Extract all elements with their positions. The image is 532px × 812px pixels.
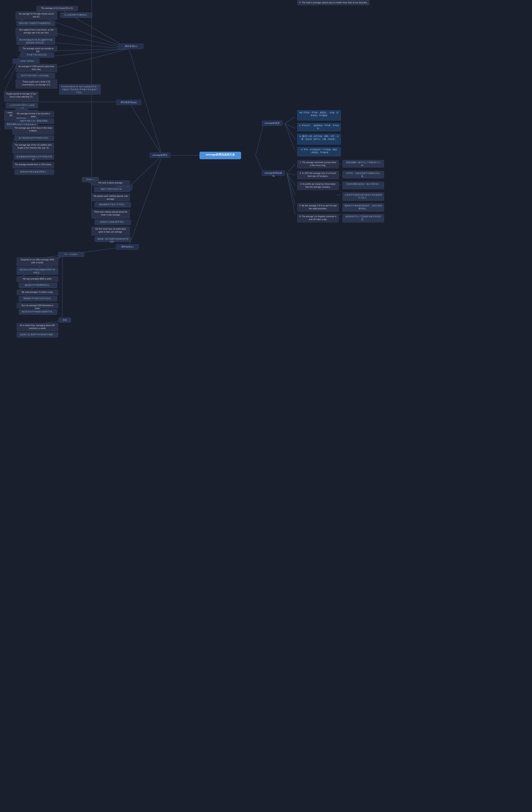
- adj-plus-n-text: ～+n.: [19, 107, 24, 109]
- noun-3-cn-text: 两小时内她走8公里,那么她的平均速度就是每小时4公里。: [19, 39, 52, 44]
- example-6-cn-text: 洛杉矶的平均上下班路程为每天60多英里。: [345, 215, 381, 220]
- adj-1-cn-text: 他的平均收入为一星期10英镑。: [20, 120, 49, 122]
- vt-item-1-en: Enquiries to our office average 1000 cal…: [17, 257, 58, 266]
- verb-1-en-text: His work is about average.: [99, 182, 123, 184]
- adj-item-1-cn: 他的平均收入为一星期10英镑。: [16, 118, 54, 124]
- example-5-cn: 我的鱼平均每条重2磅8盎司，还有几两条重8磅的。: [343, 203, 384, 212]
- vt-4-en-text: Our car averages 550 kilometres a week.: [21, 304, 53, 309]
- example-4-cn: 火车的平均速度比我们骑自行车的速度快不了多少。: [343, 192, 384, 201]
- adj-2-en-text: The average age of the boys in this clas…: [14, 127, 52, 132]
- verb-4-cn-text: 他的第一部小说既不特别好也不特别坏。: [97, 238, 128, 243]
- vt-1-en-text: Enquiries to our office average 1000 cal…: [21, 259, 54, 264]
- adj-plus-n-label: ～+n.: [16, 105, 28, 111]
- example-3-en: 3. Its profits are rising four times fas…: [297, 182, 339, 190]
- prep-phrase-text: ～+prep.+phrase: [18, 60, 34, 62]
- verb-3-en-text: There was nothing special about the meal…: [94, 211, 127, 216]
- noun-item-6-en: These pupils took a total of 39 examinat…: [16, 79, 57, 89]
- sv-text: S+～+n./pron.: [64, 253, 77, 256]
- vt-section-text: 用作动词(v.): [121, 245, 133, 248]
- example-3-text: 3. Its profits are rising four times fas…: [300, 183, 336, 188]
- other-item-1-en: It's a small shop, averaging about 500 c…: [17, 323, 58, 331]
- verb-2-en-text: His grades were nothing special, only av…: [94, 195, 128, 200]
- noun-item-4-cn: 平均算下来大体为100。: [21, 53, 54, 58]
- vt-3-cn-text: 我的邮件平均每天达到11封信。: [23, 297, 53, 300]
- example-6-cn: 洛杉矶的平均上下班路程为每天60多英里。: [343, 214, 384, 222]
- svg-line-5: [285, 124, 295, 128]
- noun-item-3-en: She walked 8 km in two hours, so her ave…: [16, 27, 57, 37]
- five-exams-note: 5 examinations for each pupil这些学生一共参加了39…: [59, 84, 101, 95]
- noun-item-2-cn: 他高中阶/门功课的平均成绩是82分。: [17, 21, 55, 26]
- vt-4-cn-text: 我们的汽车平均每周行驶550千米。: [21, 310, 54, 313]
- vt-item-4-cn: 我们的汽车平均每周行驶550千米。: [19, 309, 57, 315]
- noun-item-1-cn: 11,14和20的平均数是15。: [60, 13, 92, 18]
- svg-line-8: [287, 164, 295, 173]
- adj-item-4-en: The average rainfall there is 180 inches…: [13, 162, 54, 168]
- svg-line-9: [287, 173, 295, 175]
- people-spend-en-text: People spend an average of four hours a …: [6, 93, 37, 98]
- noun-3-en-text: She walked 8 km in two hours, so her ave…: [19, 29, 54, 34]
- center-label: average的用法总结大全: [206, 153, 235, 156]
- adj-3-cn-text: 参加越南战争的美国士兵平均年龄为19岁。: [16, 156, 52, 161]
- branch-usage: average的用法: [149, 153, 170, 158]
- branch-meaning-label: average的意思: [265, 122, 280, 124]
- branch-meaning: average的意思: [262, 120, 283, 126]
- people-spend-en: People spend an average of four hours a …: [4, 91, 39, 102]
- noun-1-en-text: The average of 11,14 and 20 is 15.: [41, 7, 73, 9]
- example-2-cn: 1970年，法国农场的平均规模为19公顷。: [343, 171, 384, 178]
- example-3-cn: 它的利润增长速度比一般公司快4倍。: [343, 182, 384, 189]
- other-item-1-cn: 这是家小店,每周平均约有500个顾客。: [17, 332, 58, 337]
- noun-6-en-text: These pupils took a total of 39 examinat…: [22, 81, 51, 86]
- svg-line-12: [287, 173, 295, 205]
- svg-line-4: [285, 117, 295, 124]
- adj-item-2-cn: 这个班的男生的平均年龄为15岁。: [15, 135, 54, 141]
- vt-item-3-en: My mail averages 11 letters a day.: [17, 290, 58, 295]
- svg-line-10: [287, 173, 295, 185]
- verb-item-2-cn: 他的成绩并不突出,平平而已。: [95, 202, 131, 207]
- other-label: 其他: [59, 318, 71, 322]
- verb-1-cn-text: 他的工作做不好也不坏。: [101, 188, 124, 190]
- verb-item-1-en: His work is about average.: [91, 180, 130, 186]
- meaning-noun: n. 平均水平；（速度等的）平均率、平均估价；: [297, 123, 341, 131]
- example-5-cn-text: 我的鱼平均每条重2磅8盎司，还有几两条重8磅的。: [344, 204, 382, 210]
- noun-item-1-en: The average of 11,14 and 20 is 15.: [37, 6, 78, 11]
- verb-item-1-cn: 他的工作做不好也不坏。: [94, 187, 130, 192]
- example-5-en: 5. My fish average 2 lb 8 oz and I've ha…: [297, 203, 339, 212]
- noun-2-en-text: His average for his high school course w…: [19, 13, 54, 18]
- meaning-noun-text: n. 平均水平；（速度等的）平均率、平均估价；: [299, 124, 339, 130]
- meaning-vi-text: vi. 平均；作为或达到一个中间值；维持（有利的）平均标准: [301, 148, 337, 154]
- example-2-text: 2. In 1970 the average size of a French …: [300, 172, 336, 177]
- noun-5-en-text: An average of 1350 persons pass here eve…: [18, 65, 54, 71]
- noun-5-cn-text: 每天平均有1350个人经过此处。: [21, 74, 51, 77]
- example-4-en: 4. The train's average speed was no bett…: [297, 0, 370, 5]
- adj-4-cn-text: 那里的年均降水量是180英寸。: [20, 171, 49, 173]
- vt-item-2-cn: 她的薪水平均每周800美元。: [19, 282, 57, 288]
- adj-item-3-en: The average age of the US soldiers who f…: [13, 143, 54, 154]
- example-4-cn-text: 火车的平均速度比我们骑自行车的速度快不了多少。: [345, 194, 382, 199]
- meaning-adj: adj. 平常的；平均的；典型的；（价值、比率等的）平均数的: [297, 110, 341, 120]
- example-2-en: 2. In 1970 the average size of a French …: [297, 171, 339, 179]
- noun-4-cn-text: 平均算下来大体为100。: [26, 54, 49, 56]
- meaning-vi: vi. 平均；作为或达到一个中间值；维持（有利的）平均标准: [297, 147, 341, 156]
- adj-1-en-text: His average income is ten pounds a week: [17, 113, 50, 118]
- five-exams-text: 5 examinations for each pupil这些学生一共参加了39…: [61, 85, 99, 93]
- adj-4-en-text: The average rainfall there is 180 inches…: [15, 163, 52, 166]
- adj-section-text: 用作形容词(adj.): [120, 101, 137, 103]
- vt-section-label: 用作动词(v.): [116, 244, 139, 250]
- sv-label: S+～+n./pron.: [58, 252, 84, 257]
- svg-line-6: [285, 124, 295, 139]
- center-node: average的用法总结大全: [200, 152, 241, 159]
- svg-line-13: [287, 173, 295, 215]
- verb-item-3-en: There was nothing special about the meal…: [91, 209, 130, 219]
- other-1-en-text: It's a small shop, averaging about 500 c…: [20, 324, 55, 330]
- vt-1-cn-text: 我们的办公室平均每月接收到1000个查询电话。: [19, 269, 55, 274]
- example-6-en: 6. The average Los Angeles commute is ov…: [297, 214, 339, 222]
- adj-3-en-text: The average age of the US soldiers who f…: [15, 144, 52, 149]
- noun-section-label: 用作名词(n.): [118, 44, 143, 49]
- vt-3-en-text: My mail averages 11 letters a day.: [21, 291, 53, 293]
- svg-line-22: [129, 156, 162, 187]
- verb-3-cn-text: 如菜设计么特级,都平常的。: [100, 221, 126, 223]
- noun-2-cn-text: 他高中阶/门功课的平均成绩是82分。: [19, 22, 53, 24]
- verb-2-cn-text: 他的成绩并不突出,平平而已。: [99, 203, 127, 205]
- example-2-cn-text: 1970年，法国农场的平均规模为19公顷。: [346, 172, 380, 177]
- adj-item-2-en: The average age of the boys in this clas…: [13, 126, 54, 135]
